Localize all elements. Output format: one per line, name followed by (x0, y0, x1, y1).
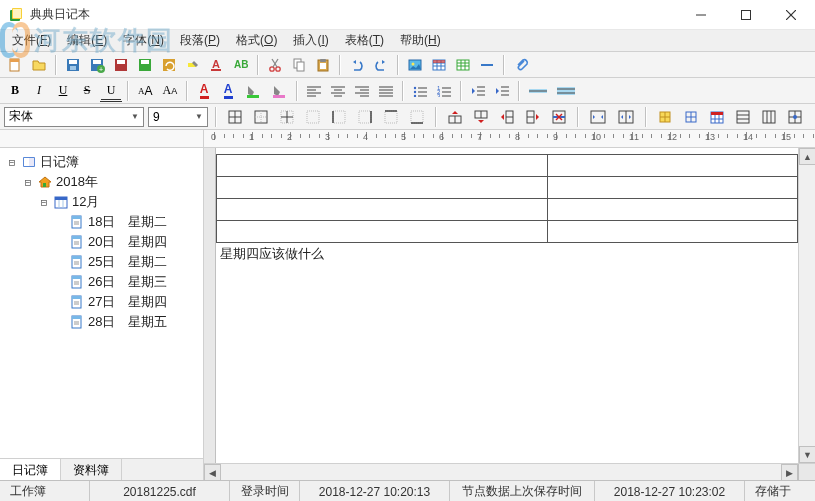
font-size-select[interactable]: 9 ▼ (148, 107, 208, 127)
tree-day[interactable]: 25日 星期二 (2, 252, 201, 272)
font-grow-button[interactable]: AA (134, 80, 157, 102)
tree-day[interactable]: 18日 星期二 (2, 212, 201, 232)
tree-day[interactable]: 27日 星期四 (2, 292, 201, 312)
paste-button[interactable] (312, 54, 334, 76)
row-height-button[interactable] (732, 106, 754, 128)
entry-tree[interactable]: ⊟ 日记簿 ⊟ 2018年 ⊟ 12月 18日 星期二20日 星期四25日 星期… (0, 148, 203, 458)
highlight-pink-button[interactable] (267, 80, 291, 102)
document-text[interactable]: 星期四应该做什么 (216, 243, 798, 265)
attach-button[interactable] (510, 54, 532, 76)
collapse-icon[interactable]: ⊟ (6, 156, 18, 169)
highlight-green-button[interactable] (241, 80, 265, 102)
insert-row-below-button[interactable] (470, 106, 492, 128)
menu-edit[interactable]: 编辑(E) (59, 29, 115, 52)
collapse-icon[interactable]: ⊟ (38, 196, 50, 209)
color-b-button[interactable]: AB (230, 54, 252, 76)
tree-year[interactable]: ⊟ 2018年 (2, 172, 201, 192)
cut-button[interactable] (264, 54, 286, 76)
sidebar-tab-material[interactable]: 资料簿 (61, 459, 122, 480)
border-all-button[interactable] (224, 106, 246, 128)
double-line-icon[interactable] (553, 80, 579, 102)
insert-col-left-button[interactable] (496, 106, 518, 128)
redo-button[interactable] (370, 54, 392, 76)
border-none-button[interactable] (302, 106, 324, 128)
tree-root[interactable]: ⊟ 日记簿 (2, 152, 201, 172)
menu-help[interactable]: 帮助(H) (392, 29, 449, 52)
menu-file[interactable]: 文件(F) (4, 29, 59, 52)
tree-day[interactable]: 26日 星期三 (2, 272, 201, 292)
single-line-icon[interactable] (525, 80, 551, 102)
collapse-icon[interactable]: ⊟ (22, 176, 34, 189)
font-family-select[interactable]: 宋体 ▼ (4, 107, 144, 127)
calendar-button[interactable] (706, 106, 728, 128)
horizontal-scrollbar[interactable]: ◀ ▶ (204, 463, 815, 480)
col-width-button[interactable] (758, 106, 780, 128)
align-justify-button[interactable] (375, 80, 397, 102)
border-top-button[interactable] (380, 106, 402, 128)
scroll-up-icon[interactable]: ▲ (799, 148, 815, 165)
menu-font[interactable]: 字体(N) (115, 29, 172, 52)
document-table[interactable] (216, 154, 798, 243)
grid-snap-button[interactable] (654, 106, 676, 128)
close-button[interactable] (768, 1, 813, 29)
insert-row-above-button[interactable] (444, 106, 466, 128)
font-shrink-button[interactable]: AA (159, 80, 182, 102)
tree-day[interactable]: 20日 星期四 (2, 232, 201, 252)
menu-format[interactable]: 格式(O) (228, 29, 285, 52)
scroll-left-icon[interactable]: ◀ (204, 464, 221, 481)
highlight-button[interactable] (182, 54, 204, 76)
line-button[interactable] (476, 54, 498, 76)
sidebar-tab-diary[interactable]: 日记簿 (0, 459, 61, 480)
open-button[interactable] (28, 54, 50, 76)
underline-button[interactable]: U (52, 80, 74, 102)
bullet-list-button[interactable] (409, 80, 431, 102)
vertical-scrollbar[interactable]: ▲ ▼ (798, 148, 815, 463)
undo-button[interactable] (346, 54, 368, 76)
border-right-button[interactable] (354, 106, 376, 128)
save-button[interactable] (62, 54, 84, 76)
bold-button[interactable]: B (4, 80, 26, 102)
double-underline-button[interactable]: U (100, 80, 122, 102)
color-a-button[interactable]: A (206, 54, 228, 76)
align-right-button[interactable] (351, 80, 373, 102)
autofit-button[interactable] (784, 106, 806, 128)
minimize-button[interactable] (678, 1, 723, 29)
image-button[interactable] (404, 54, 426, 76)
tree-month[interactable]: ⊟ 12月 (2, 192, 201, 212)
indent-button[interactable] (491, 80, 513, 102)
import-button[interactable] (134, 54, 156, 76)
strike-button[interactable]: S (76, 80, 98, 102)
menu-table[interactable]: 表格(T) (337, 29, 392, 52)
font-color-red-button[interactable]: A (193, 80, 215, 102)
italic-button[interactable]: I (28, 80, 50, 102)
menu-paragraph[interactable]: 段落(P) (172, 29, 228, 52)
menu-insert[interactable]: 插入(I) (285, 29, 336, 52)
scroll-down-icon[interactable]: ▼ (799, 446, 815, 463)
border-inner-button[interactable] (276, 106, 298, 128)
table-green-button[interactable] (452, 54, 474, 76)
table-button[interactable] (428, 54, 450, 76)
outdent-button[interactable] (467, 80, 489, 102)
delete-row-button[interactable] (548, 106, 570, 128)
border-bottom-button[interactable] (406, 106, 428, 128)
copy-button[interactable] (288, 54, 310, 76)
scroll-right-icon[interactable]: ▶ (781, 464, 798, 481)
border-outer-button[interactable] (250, 106, 272, 128)
document-body[interactable]: 星期四应该做什么 (216, 148, 798, 463)
refresh-button[interactable] (158, 54, 180, 76)
border-left-button[interactable] (328, 106, 350, 128)
number-list-button[interactable]: 123 (433, 80, 455, 102)
align-left-button[interactable] (303, 80, 325, 102)
save-as-button[interactable]: + (86, 54, 108, 76)
toolbar-main: + A AB (0, 52, 815, 78)
align-center-button[interactable] (327, 80, 349, 102)
maximize-button[interactable] (723, 1, 768, 29)
merge-cells-button[interactable] (586, 106, 610, 128)
font-color-blue-button[interactable]: A (217, 80, 239, 102)
export-button[interactable] (110, 54, 132, 76)
split-cells-button[interactable] (614, 106, 638, 128)
insert-col-right-button[interactable] (522, 106, 544, 128)
tree-day[interactable]: 28日 星期五 (2, 312, 201, 332)
grid-blue-button[interactable] (680, 106, 702, 128)
new-doc-button[interactable] (4, 54, 26, 76)
